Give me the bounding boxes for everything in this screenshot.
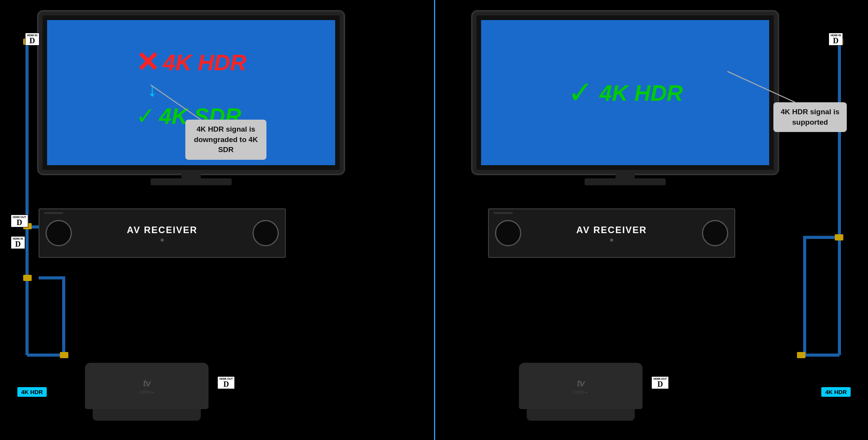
right-receiver-knob-right — [702, 220, 728, 246]
right-panel: ✓ 4K HDR HDMI IN D 4K HDR signal is supp… — [434, 0, 868, 440]
right-av-receiver: AV RECEIVER — [488, 208, 735, 262]
hdr-label-bad: 4K HDR — [163, 49, 246, 75]
left-receiver-dot — [161, 239, 164, 242]
left-tv-hdmi-port: HDMI IN D — [25, 33, 39, 46]
center-divider — [434, 0, 435, 440]
left-av-receiver: AV RECEIVER HDMI OUT D HDMI IN D — [39, 208, 286, 262]
right-atv-bottom — [527, 409, 635, 421]
right-receiver-dot — [610, 239, 613, 242]
right-apple-tv: tv HDMI •• HDMI OUT D — [519, 363, 643, 421]
right-atv-logo: tv — [577, 378, 584, 389]
left-atv-bottom — [93, 409, 201, 421]
check-mark-icon: ✓ — [136, 105, 155, 128]
right-callout: 4K HDR signal is supported — [773, 102, 847, 132]
left-tv-base — [151, 178, 232, 185]
right-receiver-label: AV RECEIVER — [576, 225, 647, 235]
left-panel: ✕ 4K HDR ↓ ✓ 4K SDR HDMI IN D — [0, 0, 434, 440]
right-4k-badge: 4K HDR — [821, 387, 851, 397]
left-receiver-label: AV RECEIVER — [127, 225, 198, 235]
left-receiver-knob-left — [46, 220, 72, 246]
right-receiver-knob-left — [495, 220, 521, 246]
left-callout: 4K HDR signal is downgraded to 4K SDR — [185, 120, 266, 160]
right-tv-hdmi-port: HDMI IN D — [829, 33, 843, 46]
left-tv-hdmi-d: D — [27, 37, 37, 44]
svg-rect-3 — [23, 275, 32, 281]
svg-rect-4 — [60, 352, 68, 358]
right-check-mark-icon: ✓ — [568, 77, 593, 108]
right-callout-text: 4K HDR signal is supported — [781, 108, 839, 126]
right-tv-screen: ✓ 4K HDR — [481, 20, 769, 165]
left-atv-text: HDMI •• — [140, 390, 153, 394]
left-4k-badge: 4K HDR — [17, 387, 47, 397]
left-atv-logo: tv — [143, 378, 150, 389]
right-tv: ✓ 4K HDR — [473, 12, 789, 185]
x-mark-icon: ✕ — [136, 48, 159, 76]
right-atv-hdmi-out: HDMI OUT D — [651, 376, 669, 389]
svg-rect-8 — [797, 352, 805, 358]
left-receiver-hdmi-in: HDMI IN D — [11, 236, 25, 249]
right-hdr-label: 4K HDR — [600, 80, 683, 106]
left-receiver-hdmi-out: HDMI OUT D — [11, 215, 28, 227]
left-callout-text: 4K HDR signal is downgraded to 4K SDR — [194, 125, 258, 154]
left-atv-hdmi-out: HDMI OUT D — [217, 376, 235, 389]
right-atv-text: HDMI •• — [574, 390, 587, 394]
left-receiver-knob-right — [253, 220, 279, 246]
left-apple-tv: tv HDMI •• HDMI OUT D — [85, 363, 209, 421]
svg-rect-7 — [835, 234, 843, 240]
down-arrow-icon: ↓ — [147, 78, 157, 101]
